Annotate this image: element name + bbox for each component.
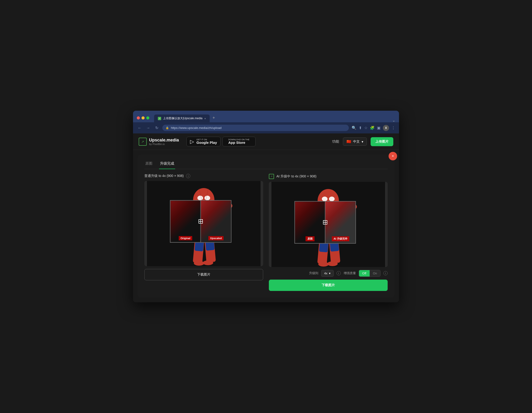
upgrade-dropdown[interactable]: 4x ▾ xyxy=(321,270,334,277)
left-download-button[interactable]: 下载图片 xyxy=(144,269,263,280)
app-store-text: Download on the App Store xyxy=(228,138,249,145)
flag-icon: 🇨🇳 xyxy=(346,139,351,144)
svg-point-31 xyxy=(327,261,338,266)
toggle-off-button[interactable]: Off xyxy=(359,270,370,277)
panels-row: 普通升级 to 4x (900 × 908) i xyxy=(144,174,388,291)
right-panel-controls: 升级到 4x ▾ i 增强质量 Off On i xyxy=(269,270,388,277)
quality-toggle: Off On xyxy=(359,270,380,277)
left-mag-left: Original xyxy=(171,201,200,242)
active-tab[interactable]: ↗ 上传图像以放大|Upscale.media × xyxy=(154,114,210,122)
upscaled-label: Upscaled xyxy=(208,236,224,240)
extensions-icon[interactable]: 🧩 xyxy=(370,126,375,130)
browser-titlebar: ↗ 上传图像以放大|Upscale.media × + ⌄ xyxy=(133,111,399,122)
logo-icon: ↗ xyxy=(139,138,147,146)
logo-name: Upscale.media xyxy=(149,138,179,143)
sidebar-icon[interactable]: ▣ xyxy=(377,126,380,130)
address-text: https://www.upscale.media/zh/upload xyxy=(171,126,221,130)
svg-point-3 xyxy=(204,196,210,200)
close-button[interactable]: × xyxy=(389,152,397,160)
main-content: × 原图 升级完成 普通升级 to 4x (900 × 908) i xyxy=(138,155,394,298)
back-button[interactable]: ← xyxy=(137,126,142,130)
upload-button[interactable]: 上传图片 xyxy=(370,137,393,146)
svg-point-19 xyxy=(322,197,328,201)
right-mag-left: 原图 xyxy=(295,202,325,243)
traffic-lights xyxy=(137,116,149,120)
tab-original[interactable]: 原图 xyxy=(144,160,153,169)
google-play-big: Google Play xyxy=(196,141,217,145)
nav-features[interactable]: 功能 xyxy=(332,139,339,144)
tab-title: 上传图像以放大|Upscale.media xyxy=(163,116,203,120)
original-label: Original xyxy=(179,236,192,240)
page-content: ↗ Upscale.media by PixelBin.io ▷ GET IT … xyxy=(133,133,399,298)
chevron-down-icon: ▾ xyxy=(361,140,363,144)
right-magnifier-crosshair[interactable] xyxy=(323,220,327,225)
new-tab-button[interactable]: + xyxy=(210,113,218,122)
right-download-button[interactable]: 下载图片 xyxy=(269,280,388,291)
left-image-container: Original Upscaled xyxy=(144,181,263,266)
right-panel-actions: 下载图片 xyxy=(269,280,388,291)
browser-addressbar: ← → ↻ 🔒 https://www.upscale.media/zh/upl… xyxy=(133,122,399,133)
info-icon-left[interactable]: i xyxy=(186,174,190,178)
profile-icon[interactable]: X xyxy=(383,125,389,131)
tab-upgraded[interactable]: 升级完成 xyxy=(159,160,175,169)
app-store-big: App Store xyxy=(228,141,249,145)
browser-toolbar-right: 🔍 ⬆ ☆ 🧩 ▣ X ⋮ xyxy=(352,125,395,131)
svg-point-20 xyxy=(329,197,335,201)
right-mag-right: AI 升级完毕 xyxy=(325,202,355,243)
close-traffic-light[interactable] xyxy=(137,116,140,120)
expand-icon[interactable]: ⌄ xyxy=(392,119,395,122)
left-panel-header: 普通升级 to 4x (900 × 908) i xyxy=(144,174,263,178)
logo-text: Upscale.media by PixelBin.io xyxy=(149,138,179,145)
left-panel-actions: 下载图片 xyxy=(144,269,263,280)
upgrade-value: 4x xyxy=(324,272,328,275)
right-image-container: 原图 AI 升级完毕 xyxy=(269,182,388,267)
google-play-button[interactable]: ▷ GET IT ON Google Play xyxy=(187,137,220,146)
svg-point-14 xyxy=(203,260,213,265)
upgrade-label: 升级到 xyxy=(309,271,318,275)
forward-button[interactable]: → xyxy=(145,126,151,130)
svg-point-30 xyxy=(318,262,329,267)
tabs-bar: ↗ 上传图像以放大|Upscale.media × + ⌄ xyxy=(154,113,395,122)
info-icon-upgrade[interactable]: i xyxy=(337,271,341,275)
quality-label: 增强质量 xyxy=(344,271,356,275)
svg-point-2 xyxy=(197,196,203,200)
language-selector[interactable]: 🇨🇳 中文 ▾ xyxy=(343,137,367,146)
info-icon-quality[interactable]: i xyxy=(383,271,388,275)
lock-icon: 🔒 xyxy=(166,126,169,129)
search-icon[interactable]: 🔍 xyxy=(352,126,356,130)
tabs-row: 原图 升级完成 xyxy=(144,160,388,169)
site-logo: ↗ Upscale.media by PixelBin.io xyxy=(139,138,179,146)
right-panel-title: AI 升级中 to 4x (900 × 908) xyxy=(276,174,316,178)
bookmark-icon[interactable]: ☆ xyxy=(364,126,368,130)
ai-upgraded-label: AI 升级完毕 xyxy=(332,236,349,241)
address-bar[interactable]: 🔒 https://www.upscale.media/zh/upload xyxy=(162,125,349,131)
tab-favicon: ↗ xyxy=(158,117,161,120)
toggle-on-button[interactable]: On xyxy=(370,270,380,277)
right-panel-header: ↗ AI 升级中 to 4x (900 × 908) xyxy=(269,174,388,179)
left-mag-right: Upscaled xyxy=(201,201,231,242)
ai-panel-icon: ↗ xyxy=(269,174,274,179)
tab-close-btn[interactable]: × xyxy=(204,117,206,120)
google-play-icon: ▷ xyxy=(190,139,194,145)
right-panel: ↗ AI 升级中 to 4x (900 × 908) xyxy=(269,174,388,291)
menu-icon[interactable]: ⋮ xyxy=(391,126,395,130)
lang-label: 中文 xyxy=(353,140,360,144)
site-header: ↗ Upscale.media by PixelBin.io ▷ GET IT … xyxy=(133,133,399,150)
magnifier-crosshair[interactable] xyxy=(199,219,203,224)
logo-sub: by PixelBin.io xyxy=(149,143,179,145)
refresh-button[interactable]: ↻ xyxy=(154,126,160,130)
right-magnifier: 原图 AI 升级完毕 xyxy=(294,201,356,244)
share-icon[interactable]: ⬆ xyxy=(359,126,362,130)
store-buttons: ▷ GET IT ON Google Play Download on the … xyxy=(187,137,256,146)
left-panel: 普通升级 to 4x (900 × 908) i xyxy=(144,174,263,291)
svg-point-13 xyxy=(194,261,204,266)
google-play-text: GET IT ON Google Play xyxy=(196,138,217,145)
left-magnifier: Original Upscaled xyxy=(170,200,231,243)
right-original-label: 原图 xyxy=(305,236,314,241)
browser-window: ↗ 上传图像以放大|Upscale.media × + ⌄ ← → ↻ 🔒 ht… xyxy=(133,111,399,302)
left-panel-title: 普通升级 to 4x (900 × 908) xyxy=(144,174,184,178)
app-store-button[interactable]: Download on the App Store xyxy=(222,137,256,146)
dropdown-chevron: ▾ xyxy=(329,272,331,275)
minimize-traffic-light[interactable] xyxy=(142,116,145,120)
maximize-traffic-light[interactable] xyxy=(146,116,149,120)
